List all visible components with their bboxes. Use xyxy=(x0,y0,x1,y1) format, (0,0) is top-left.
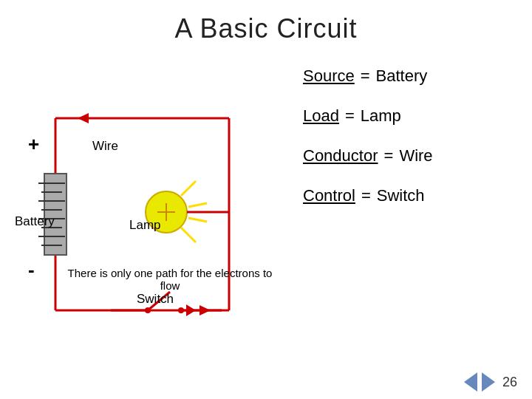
circuit-diagram: + - Wire Battery Lamp Switch There is on… xyxy=(15,59,281,332)
page-number: 26 xyxy=(502,375,517,390)
def-value-switch: Switch xyxy=(377,186,425,205)
def-row-conductor: Conductor = Wire xyxy=(303,146,433,166)
def-term-conductor: Conductor xyxy=(303,146,378,166)
navigation-area: 26 xyxy=(464,372,520,392)
svg-line-19 xyxy=(181,228,196,242)
def-row-source: Source = Battery xyxy=(303,66,433,86)
svg-marker-30 xyxy=(186,304,196,316)
lamp-label: Lamp xyxy=(129,218,161,233)
page-title: A Basic Circuit xyxy=(0,0,532,44)
def-equals-0: = xyxy=(361,66,370,86)
switch-label: Switch xyxy=(137,292,174,307)
main-content: + - Wire Battery Lamp Switch There is on… xyxy=(0,52,532,332)
nav-forward-button[interactable] xyxy=(482,372,495,392)
definitions-panel: Source = Battery Load = Lamp Conductor =… xyxy=(303,66,433,205)
minus-label: - xyxy=(28,259,35,282)
def-equals-3: = xyxy=(361,186,371,205)
def-value-battery: Battery xyxy=(376,66,428,86)
svg-point-27 xyxy=(145,307,151,313)
def-term-load: Load xyxy=(303,106,339,126)
def-row-control: Control = Switch xyxy=(303,186,433,205)
svg-line-16 xyxy=(181,181,196,196)
def-term-control: Control xyxy=(303,186,355,205)
svg-line-18 xyxy=(188,218,207,222)
footnote-text: There is only one path for the electrons… xyxy=(59,267,281,292)
battery-label: Battery xyxy=(15,214,55,229)
plus-label: + xyxy=(28,133,39,156)
def-term-source: Source xyxy=(303,66,355,86)
svg-line-17 xyxy=(188,203,207,207)
def-value-wire: Wire xyxy=(399,146,432,166)
def-equals-2: = xyxy=(384,146,394,166)
def-value-lamp: Lamp xyxy=(361,106,401,126)
def-row-load: Load = Lamp xyxy=(303,106,433,126)
def-equals-1: = xyxy=(345,106,355,126)
wire-label: Wire xyxy=(92,139,118,154)
nav-back-button[interactable] xyxy=(464,372,477,392)
svg-marker-1 xyxy=(78,113,89,123)
